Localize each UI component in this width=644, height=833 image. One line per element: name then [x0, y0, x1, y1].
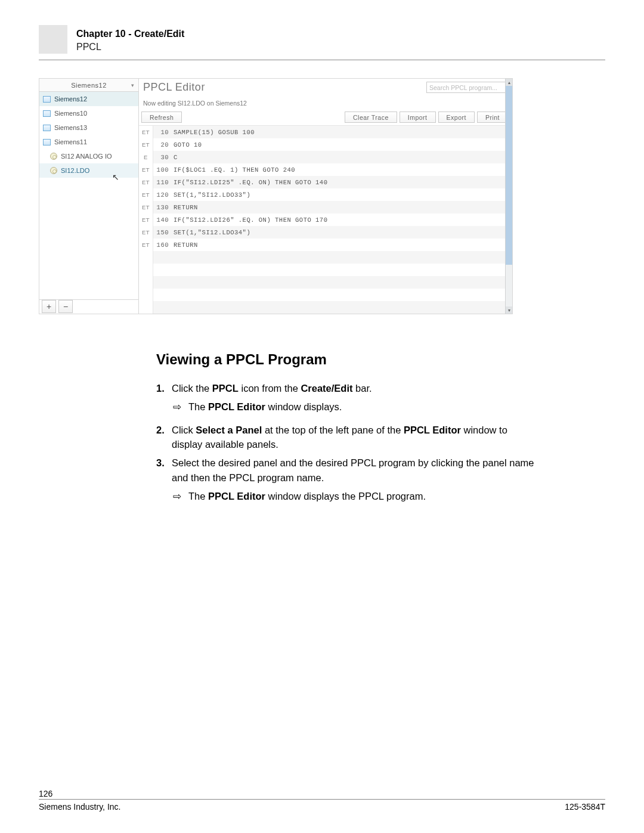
- vertical-scrollbar[interactable]: ▴ ▾: [505, 79, 512, 314]
- scroll-thumb[interactable]: [506, 86, 512, 265]
- line-code: RETURN: [174, 204, 512, 211]
- panel-tree: Siemens12Siemens10Siemens13Siemens11SI12…: [39, 92, 138, 299]
- line-code: SET(1,"SI12.LDO34"): [174, 229, 512, 236]
- footer-right: 125-3584T: [565, 802, 605, 812]
- tree-item-label: Siemens13: [54, 124, 87, 131]
- tree-panel-item[interactable]: Siemens12: [39, 92, 138, 106]
- line-number: 20: [153, 141, 174, 148]
- tree-panel-item[interactable]: Siemens13: [39, 120, 138, 135]
- step-3: 3. Select the desired panel and the desi…: [156, 456, 538, 485]
- code-line[interactable]: ET130RETURN: [139, 201, 512, 213]
- line-status: ET: [139, 226, 153, 239]
- tree-item-label: SI12.LDO: [61, 167, 89, 174]
- line-code: GOTO 10: [174, 141, 512, 148]
- step-1-result: ⇨ The PPCL Editor window displays.: [173, 400, 538, 414]
- line-number: 150: [153, 229, 174, 236]
- tree-program-item[interactable]: SI12.LDO: [39, 163, 138, 178]
- program-icon: [50, 153, 57, 160]
- import-button[interactable]: Import: [400, 112, 436, 123]
- code-line[interactable]: ET150SET(1,"SI12.LDO34"): [139, 226, 512, 239]
- header-square-icon: [39, 25, 67, 54]
- line-status: ET: [139, 176, 153, 188]
- ppcl-editor-window: Siemens12 ▾ Siemens12Siemens10Siemens13S…: [39, 78, 513, 314]
- tree-panel-item[interactable]: Siemens11: [39, 135, 138, 149]
- code-line[interactable]: ET10SAMPLE(15) GOSUB 100: [139, 126, 512, 138]
- code-line[interactable]: ET140IF("SI12.LDI26" .EQ. ON) THEN GOTO …: [139, 213, 512, 226]
- line-status: ET: [139, 239, 153, 251]
- editor-subtitle: Now editing SI12.LDO on Siemens12: [143, 100, 506, 107]
- code-line[interactable]: [139, 289, 512, 301]
- line-number: 130: [153, 204, 174, 211]
- code-line[interactable]: ET120SET(1,"SI12.LDO33"): [139, 188, 512, 201]
- line-number: 120: [153, 191, 174, 199]
- code-line[interactable]: [139, 264, 512, 276]
- code-line[interactable]: [139, 251, 512, 264]
- line-status: ET: [139, 138, 153, 151]
- line-status: ET: [139, 213, 153, 226]
- line-code: IF("SI12.LDI25" .EQ. ON) THEN GOTO 140: [174, 179, 512, 186]
- page-header: Chapter 10 - Create/Edit PPCL: [39, 25, 605, 60]
- sidebar: Siemens12 ▾ Siemens12Siemens10Siemens13S…: [39, 79, 139, 314]
- tree-item-label: Siemens11: [54, 138, 87, 145]
- page-footer: Siemens Industry, Inc. 125-3584T: [39, 799, 605, 812]
- tree-program-item[interactable]: SI12 ANALOG IO: [39, 149, 138, 163]
- code-line[interactable]: ET160RETURN: [139, 239, 512, 251]
- line-status: [139, 264, 153, 276]
- program-icon: [50, 167, 57, 174]
- code-line[interactable]: E30C: [139, 151, 512, 163]
- panel-icon: [43, 139, 51, 145]
- panel-selector-dropdown[interactable]: Siemens12 ▾: [39, 79, 138, 92]
- line-status: ET: [139, 188, 153, 201]
- line-status: E: [139, 151, 153, 163]
- line-code: IF("SI12.LDI26" .EQ. ON) THEN GOTO 170: [174, 216, 512, 224]
- body-text: Viewing a PPCL Program 1. Click the PPCL…: [156, 349, 538, 503]
- scroll-down-icon[interactable]: ▾: [506, 306, 512, 314]
- line-status: [139, 301, 153, 314]
- step-text: Select the desired panel and the desired…: [172, 456, 538, 485]
- line-number: 100: [153, 166, 174, 174]
- step-1: 1. Click the PPCL icon from the Create/E…: [156, 381, 538, 396]
- line-status: ET: [139, 201, 153, 213]
- line-code: IF($LOC1 .EQ. 1) THEN GOTO 240: [174, 166, 512, 174]
- line-code: SAMPLE(15) GOSUB 100: [174, 129, 512, 136]
- line-code: C: [174, 154, 512, 161]
- line-status: ET: [139, 163, 153, 176]
- code-line[interactable]: [139, 276, 512, 289]
- editor-main: PPCL Editor Search PPCL program... Now e…: [139, 79, 512, 314]
- line-code: RETURN: [174, 241, 512, 249]
- code-line[interactable]: [139, 301, 512, 314]
- line-number: 10: [153, 129, 174, 136]
- step-3-result: ⇨ The PPCL Editor window displays the PP…: [173, 489, 538, 504]
- code-line[interactable]: ET110IF("SI12.LDI25" .EQ. ON) THEN GOTO …: [139, 176, 512, 188]
- code-area[interactable]: ET10SAMPLE(15) GOSUB 100ET20GOTO 10E30CE…: [139, 126, 512, 314]
- line-status: [139, 251, 153, 264]
- scroll-up-icon[interactable]: ▴: [506, 79, 512, 86]
- chapter-subtitle: PPCL: [76, 42, 184, 52]
- line-status: [139, 289, 153, 301]
- remove-button[interactable]: −: [58, 300, 73, 313]
- line-status: ET: [139, 126, 153, 138]
- result-arrow-icon: ⇨: [173, 489, 188, 504]
- step-text: Click Select a Panel at the top of the l…: [172, 423, 538, 453]
- section-heading: Viewing a PPCL Program: [156, 349, 538, 370]
- code-line[interactable]: ET100IF($LOC1 .EQ. 1) THEN GOTO 240: [139, 163, 512, 176]
- search-input[interactable]: Search PPCL program...: [426, 82, 506, 93]
- result-arrow-icon: ⇨: [173, 400, 188, 414]
- panel-icon: [43, 110, 51, 117]
- step-number: 3.: [156, 456, 172, 485]
- line-number: 30: [153, 154, 174, 161]
- panel-icon: [43, 125, 51, 131]
- clear-trace-button[interactable]: Clear Trace: [345, 112, 397, 123]
- chevron-down-icon: ▾: [131, 82, 135, 88]
- print-button[interactable]: Print: [477, 112, 508, 123]
- panel-selector-value: Siemens12: [71, 82, 107, 89]
- tree-panel-item[interactable]: Siemens10: [39, 106, 138, 120]
- refresh-button[interactable]: Refresh: [141, 112, 182, 123]
- footer-left: Siemens Industry, Inc.: [39, 802, 565, 812]
- sidebar-footer: + −: [39, 299, 138, 314]
- export-button[interactable]: Export: [438, 112, 475, 123]
- code-line[interactable]: ET20GOTO 10: [139, 138, 512, 151]
- line-number: 140: [153, 216, 174, 224]
- add-button[interactable]: +: [42, 300, 56, 313]
- step-number: 1.: [156, 381, 172, 396]
